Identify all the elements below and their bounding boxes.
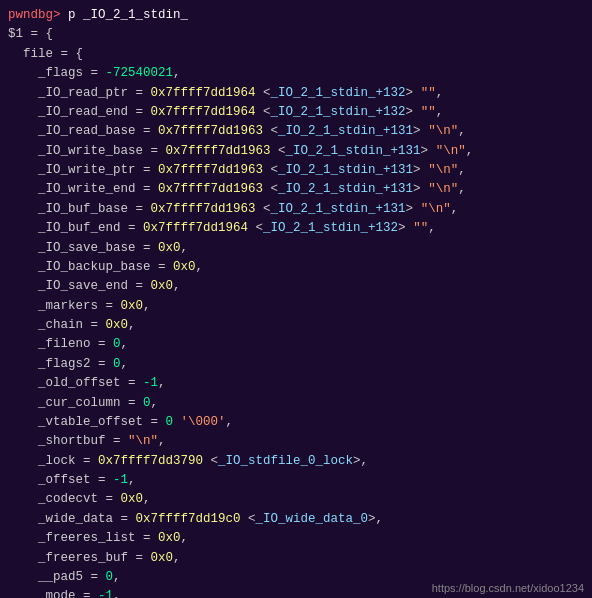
line-22: _shortbuf = "\n", [8,432,584,451]
line-9: _IO_write_end = 0x7ffff7dd1963 <_IO_2_1_… [8,180,584,199]
line-19: _old_offset = -1, [8,374,584,393]
line-13: _IO_backup_base = 0x0, [8,258,584,277]
watermark: https://blog.csdn.net/xidoo1234 [432,582,584,594]
line-18: _flags2 = 0, [8,355,584,374]
command: p _IO_2_1_stdin_ [61,8,189,22]
terminal: pwndbg> p _IO_2_1_stdin_ $1 = { file = {… [0,0,592,598]
line-8: _IO_write_ptr = 0x7ffff7dd1963 <_IO_2_1_… [8,161,584,180]
line-5: _IO_read_end = 0x7ffff7dd1964 <_IO_2_1_s… [8,103,584,122]
line-23: _lock = 0x7ffff7dd3790 <_IO_stdfile_0_lo… [8,452,584,471]
line-16: _chain = 0x0, [8,316,584,335]
line-7: _IO_write_base = 0x7ffff7dd1963 <_IO_2_1… [8,142,584,161]
line-28: _freeres_buf = 0x0, [8,549,584,568]
line-10: _IO_buf_base = 0x7ffff7dd1963 <_IO_2_1_s… [8,200,584,219]
line-4: _IO_read_ptr = 0x7ffff7dd1964 <_IO_2_1_s… [8,84,584,103]
prompt: pwndbg> [8,8,61,22]
line-6: _IO_read_base = 0x7ffff7dd1963 <_IO_2_1_… [8,122,584,141]
line-15: _markers = 0x0, [8,297,584,316]
line-25: _codecvt = 0x0, [8,490,584,509]
line-27: _freeres_list = 0x0, [8,529,584,548]
line-14: _IO_save_end = 0x0, [8,277,584,296]
line-21: _vtable_offset = 0 '\000', [8,413,584,432]
line-24: _offset = -1, [8,471,584,490]
line-prompt: pwndbg> p _IO_2_1_stdin_ [8,6,584,25]
line-12: _IO_save_base = 0x0, [8,239,584,258]
line-20: _cur_column = 0, [8,394,584,413]
line-2: file = { [8,45,584,64]
line-17: _fileno = 0, [8,335,584,354]
line-3: _flags = -72540021, [8,64,584,83]
line-11: _IO_buf_end = 0x7ffff7dd1964 <_IO_2_1_st… [8,219,584,238]
line-1: $1 = { [8,25,584,44]
line-26: _wide_data = 0x7ffff7dd19c0 <_IO_wide_da… [8,510,584,529]
